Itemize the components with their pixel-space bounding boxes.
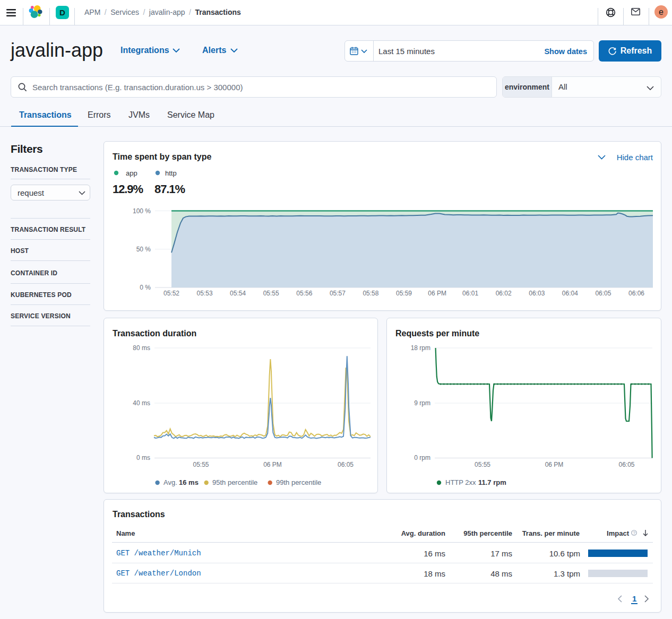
svg-text:05:57: 05:57	[330, 290, 346, 297]
svg-text:HTTP 2xx: HTTP 2xx	[445, 478, 476, 486]
svg-text:06 PM: 06 PM	[263, 461, 282, 468]
svg-text:40 ms: 40 ms	[133, 399, 150, 407]
svg-text:06:02: 06:02	[496, 290, 512, 297]
svg-text:05:55: 05:55	[193, 461, 209, 468]
svg-text:06 PM: 06 PM	[545, 461, 564, 468]
svg-text:95th percentile: 95th percentile	[212, 478, 257, 486]
svg-text:05:54: 05:54	[230, 290, 246, 297]
svg-text:99th percentile: 99th percentile	[276, 478, 321, 486]
svg-text:18 rpm: 18 rpm	[411, 344, 430, 352]
svg-text:06 PM: 06 PM	[428, 290, 446, 297]
svg-text:05:56: 05:56	[296, 290, 312, 297]
svg-text:05:52: 05:52	[163, 290, 179, 297]
svg-text:100 %: 100 %	[133, 207, 151, 215]
svg-text:50 %: 50 %	[136, 246, 151, 253]
svg-text:0 ms: 0 ms	[136, 454, 150, 461]
svg-text:06:05: 06:05	[618, 461, 634, 468]
svg-text:0 rpm: 0 rpm	[414, 454, 430, 461]
svg-text:05:55: 05:55	[475, 461, 490, 468]
svg-text:Avg.: Avg.	[163, 478, 177, 486]
svg-text:11.7 rpm: 11.7 rpm	[478, 478, 506, 486]
svg-text:9 rpm: 9 rpm	[414, 399, 430, 407]
svg-text:05:58: 05:58	[363, 290, 378, 297]
svg-text:05:59: 05:59	[396, 290, 412, 297]
svg-text:05:55: 05:55	[263, 290, 279, 297]
svg-text:06:03: 06:03	[529, 290, 545, 297]
svg-text:06:06: 06:06	[628, 290, 644, 297]
svg-text:?: ?	[633, 530, 635, 536]
svg-text:80 ms: 80 ms	[133, 344, 150, 352]
svg-text:06:04: 06:04	[562, 290, 578, 297]
svg-text:05:53: 05:53	[197, 290, 213, 297]
svg-text:06:05: 06:05	[338, 461, 354, 468]
svg-text:06:05: 06:05	[595, 290, 611, 297]
svg-text:0 %: 0 %	[140, 284, 151, 291]
svg-text:16 ms: 16 ms	[179, 478, 199, 486]
svg-text:06:01: 06:01	[462, 290, 478, 297]
